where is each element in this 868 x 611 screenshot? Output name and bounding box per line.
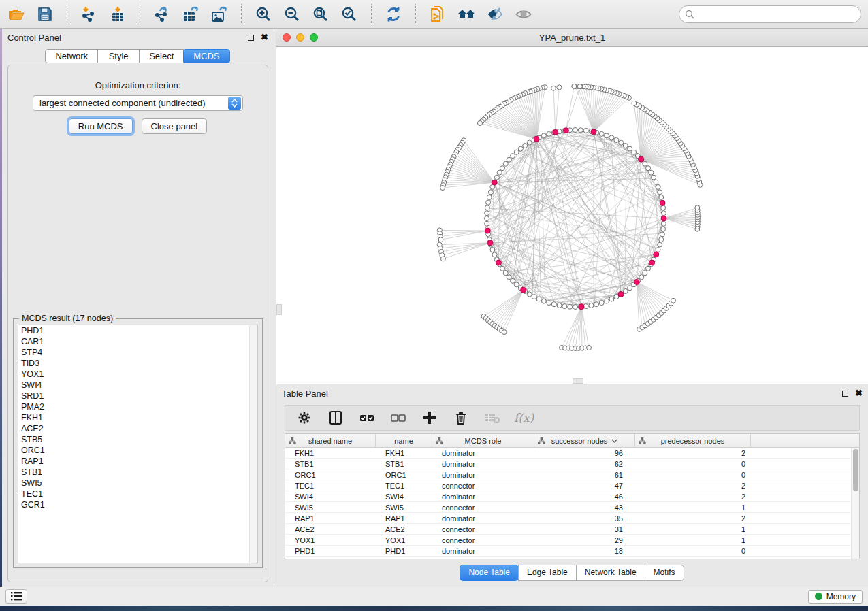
- mcds-result-item[interactable]: ORC1: [18, 445, 257, 456]
- export-web-icon[interactable]: [428, 5, 447, 24]
- cell-successor-nodes[interactable]: 35: [534, 514, 635, 523]
- cell-predecessor-nodes[interactable]: 2: [635, 482, 751, 490]
- network-window-titlebar[interactable]: YPA_prune.txt_1: [276, 29, 868, 47]
- mcds-result-item[interactable]: STB1: [18, 467, 257, 478]
- mcds-result-item[interactable]: SWI4: [18, 380, 257, 391]
- table-row[interactable]: RAP1RAP1dominator352: [285, 513, 851, 524]
- cell-name[interactable]: ACE2: [376, 525, 432, 533]
- mcds-result-item[interactable]: PHD1: [18, 325, 257, 336]
- create-column-icon[interactable]: [420, 408, 439, 427]
- network-home-icon[interactable]: [457, 5, 476, 24]
- hide-selected-icon[interactable]: [485, 5, 504, 24]
- zoom-in-icon[interactable]: [254, 5, 273, 24]
- cell-predecessor-nodes[interactable]: 1: [635, 525, 751, 533]
- tab-style[interactable]: Style: [97, 49, 140, 63]
- cell-successor-nodes[interactable]: 18: [534, 547, 635, 555]
- float-panel-icon[interactable]: [248, 35, 254, 41]
- cell-successor-nodes[interactable]: 62: [534, 460, 635, 468]
- tab-select[interactable]: Select: [139, 49, 184, 63]
- show-all-icon[interactable]: [514, 5, 533, 24]
- cell-successor-nodes[interactable]: 31: [534, 525, 635, 533]
- search-input[interactable]: [679, 5, 861, 23]
- apply-layout-icon[interactable]: [384, 5, 403, 24]
- criterion-dropdown[interactable]: largest connected component (undirected): [33, 95, 243, 111]
- cell-successor-nodes[interactable]: 46: [534, 493, 635, 501]
- open-session-icon[interactable]: [7, 5, 26, 24]
- table-row[interactable]: SWI5SWI5connector431: [285, 502, 851, 513]
- mcds-result-item[interactable]: STB5: [18, 434, 257, 445]
- cell-name[interactable]: SWI4: [376, 493, 432, 501]
- cell-shared-name[interactable]: TEC1: [285, 482, 376, 490]
- cell-name[interactable]: STB1: [376, 460, 432, 468]
- mcds-result-item[interactable]: SRD1: [18, 391, 257, 401]
- task-history-button[interactable]: [5, 589, 27, 604]
- table-scrollbar-thumb[interactable]: [853, 449, 858, 491]
- cell-MCDS-role[interactable]: connector: [432, 536, 534, 544]
- zoom-out-icon[interactable]: [283, 5, 302, 24]
- export-network-icon[interactable]: [152, 5, 172, 24]
- column-header-MCDS-role[interactable]: MCDS role: [432, 434, 534, 447]
- cell-name[interactable]: PHD1: [376, 547, 432, 555]
- mcds-result-item[interactable]: YOX1: [18, 369, 257, 380]
- cell-predecessor-nodes[interactable]: 0: [635, 460, 751, 468]
- cell-shared-name[interactable]: RAP1: [285, 514, 376, 523]
- column-header-successor-nodes[interactable]: successor nodes: [534, 434, 635, 447]
- cell-predecessor-nodes[interactable]: 2: [635, 493, 751, 501]
- import-network-icon[interactable]: [80, 5, 99, 24]
- splitpane-grip-left[interactable]: [276, 304, 282, 315]
- cell-MCDS-role[interactable]: dominator: [432, 449, 534, 457]
- cell-shared-name[interactable]: ACE2: [285, 525, 376, 533]
- cell-shared-name[interactable]: STB1: [285, 460, 376, 468]
- cell-shared-name[interactable]: FKH1: [285, 449, 376, 457]
- export-table-icon[interactable]: [181, 5, 200, 24]
- cell-name[interactable]: YOX1: [376, 536, 432, 544]
- mcds-result-item[interactable]: CAR1: [18, 336, 257, 347]
- table-row[interactable]: ORC1ORC1dominator610: [285, 469, 851, 480]
- cell-name[interactable]: ORC1: [376, 471, 432, 479]
- network-graph[interactable]: [276, 47, 868, 384]
- table-scrollbar[interactable]: [851, 448, 859, 559]
- cell-predecessor-nodes[interactable]: 2: [635, 449, 751, 457]
- cell-predecessor-nodes[interactable]: 1: [635, 536, 751, 544]
- cell-MCDS-role[interactable]: dominator: [432, 547, 534, 555]
- cell-MCDS-role[interactable]: dominator: [432, 493, 534, 501]
- table-row[interactable]: TEC1TEC1connector472: [285, 480, 851, 491]
- table-row[interactable]: STB1STB1dominator620: [285, 459, 851, 469]
- table-row[interactable]: SWI4SWI4dominator462: [285, 491, 851, 502]
- close-table-panel-icon[interactable]: ✖: [855, 390, 863, 397]
- cell-MCDS-role[interactable]: connector: [432, 503, 534, 512]
- cell-predecessor-nodes[interactable]: 0: [635, 547, 751, 555]
- memory-button[interactable]: Memory: [808, 590, 863, 604]
- tab-edge-table[interactable]: Edge Table: [518, 565, 577, 581]
- cell-shared-name[interactable]: YOX1: [285, 536, 376, 544]
- show-column-panel-icon[interactable]: [326, 408, 345, 427]
- cell-MCDS-role[interactable]: connector: [432, 482, 534, 490]
- cell-shared-name[interactable]: PHD1: [285, 547, 376, 555]
- tab-node-table[interactable]: Node Table: [460, 565, 519, 581]
- mcds-result-item[interactable]: SWI5: [18, 478, 257, 489]
- table-row[interactable]: ACE2ACE2connector311: [285, 524, 851, 535]
- tab-network[interactable]: Network: [45, 49, 98, 63]
- cell-successor-nodes[interactable]: 47: [534, 482, 635, 490]
- close-panel-button[interactable]: Close panel: [142, 118, 208, 134]
- network-view-canvas[interactable]: [276, 47, 868, 384]
- cell-successor-nodes[interactable]: 61: [534, 471, 635, 479]
- save-session-icon[interactable]: [35, 5, 54, 24]
- run-mcds-button[interactable]: Run MCDS: [69, 118, 133, 134]
- cell-shared-name[interactable]: SWI5: [285, 503, 376, 512]
- mcds-result-item[interactable]: FKH1: [18, 412, 257, 423]
- zoom-fit-icon[interactable]: [311, 5, 330, 24]
- cell-predecessor-nodes[interactable]: 2: [635, 514, 751, 523]
- select-all-columns-icon[interactable]: [357, 408, 376, 427]
- cell-successor-nodes[interactable]: 29: [534, 536, 635, 544]
- tab-mcds[interactable]: MCDS: [183, 49, 229, 63]
- mcds-result-item[interactable]: STP4: [18, 347, 257, 358]
- cell-name[interactable]: TEC1: [376, 482, 432, 490]
- mcds-result-item[interactable]: TEC1: [18, 489, 257, 499]
- table-row[interactable]: YOX1YOX1connector291: [285, 535, 851, 546]
- export-image-icon[interactable]: [210, 5, 229, 24]
- deselect-all-columns-icon[interactable]: [389, 408, 408, 427]
- import-table-icon[interactable]: [108, 5, 127, 24]
- tab-network-table[interactable]: Network Table: [576, 565, 645, 581]
- mcds-result-item[interactable]: GCR1: [18, 499, 257, 510]
